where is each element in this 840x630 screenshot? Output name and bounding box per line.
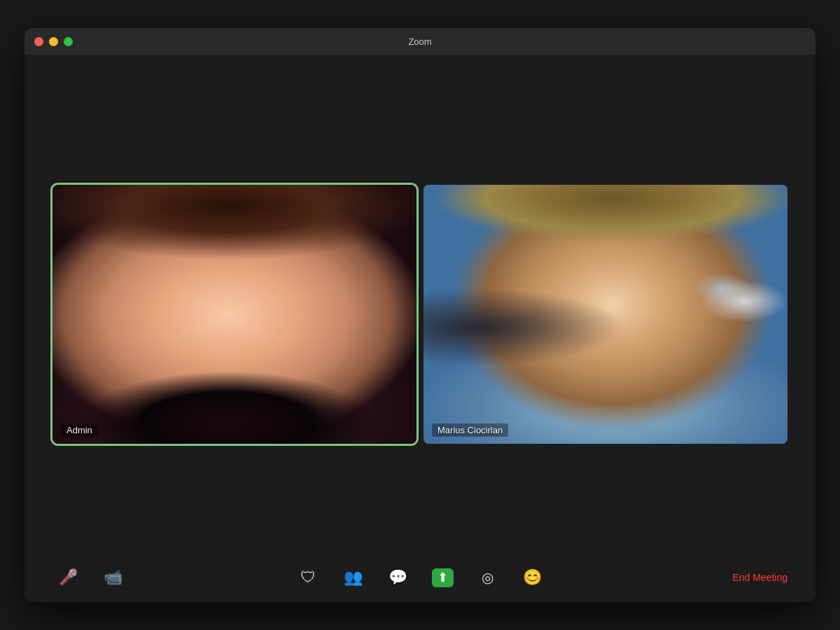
participants-button[interactable]: 👥 — [337, 570, 368, 585]
video-grid: Admin Marius Ciocirlan — [52, 76, 788, 553]
toolbar: 🎤 📹 🛡 👥 💬 ⬆ — [24, 553, 816, 602]
video-icon: 📹 — [104, 570, 122, 585]
participant-label-admin: Admin — [61, 424, 98, 437]
apps-button[interactable]: 😊 — [517, 570, 547, 585]
mic-button[interactable]: 🎤 — [52, 570, 83, 585]
reactions-icon: ◎ — [482, 570, 493, 584]
traffic-lights — [34, 37, 73, 46]
end-meeting-button[interactable]: End Meeting — [732, 572, 788, 583]
security-icon: 🛡 — [300, 570, 316, 585]
share-icon: ⬆ — [438, 570, 448, 584]
chat-icon: 💬 — [388, 570, 407, 585]
chat-button[interactable]: 💬 — [382, 570, 413, 585]
close-button[interactable] — [34, 37, 43, 46]
maximize-button[interactable] — [64, 37, 73, 46]
video-panel-admin: Admin — [52, 185, 416, 444]
window-title: Zoom — [408, 36, 431, 47]
participants-icon: 👥 — [344, 570, 363, 585]
titlebar: Zoom — [24, 28, 816, 55]
reactions-button[interactable]: ◎ — [472, 570, 503, 584]
apps-icon: 😊 — [523, 570, 542, 585]
security-button[interactable]: 🛡 — [293, 570, 323, 585]
participant-label-marius: Marius Ciocirlan — [432, 424, 508, 437]
minimize-button[interactable] — [49, 37, 58, 46]
video-panel-marius: Marius Ciocirlan — [424, 185, 788, 444]
video-button[interactable]: 📹 — [97, 570, 128, 585]
mic-icon: 🎤 — [59, 570, 78, 585]
share-screen-button[interactable]: ⬆ — [427, 568, 458, 587]
toolbar-center: 🛡 👥 💬 ⬆ ◎ 😊 — [293, 568, 547, 587]
zoom-window: Zoom Admin Marius Ciocirlan — [24, 28, 816, 602]
main-content: Admin Marius Ciocirlan — [24, 55, 816, 553]
toolbar-left: 🎤 📹 — [52, 570, 128, 585]
